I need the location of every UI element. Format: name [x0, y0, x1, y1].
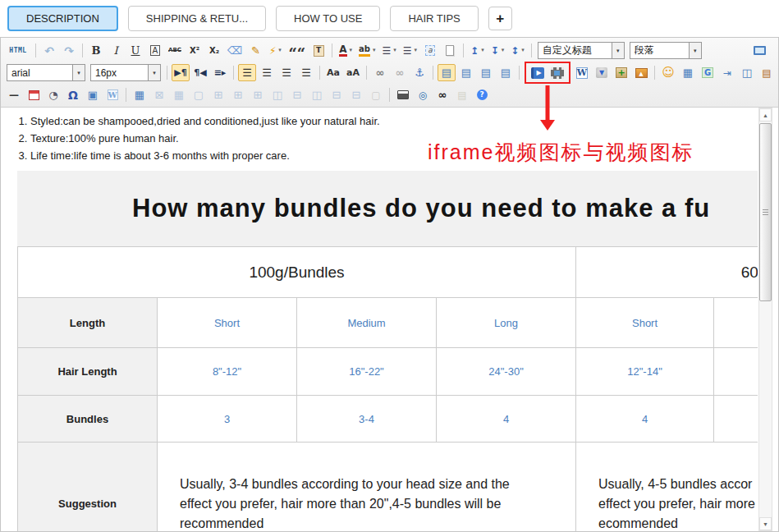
font-family-select[interactable]: arial ▾ [7, 64, 85, 81]
table-cell[interactable] [714, 396, 758, 443]
print-icon[interactable] [394, 86, 412, 103]
table-cell[interactable]: 3-4 [297, 396, 437, 443]
table-title[interactable]: How many bundles do you need to make a f… [17, 171, 758, 246]
uppercase-icon[interactable]: Aa [324, 64, 342, 81]
calendar-icon[interactable] [25, 86, 43, 103]
table-cell[interactable]: 12"-14" [576, 348, 714, 396]
tab-shipping-returns[interactable]: SHIPPING & RETU... [128, 6, 266, 31]
add-tab-button[interactable]: + [488, 7, 512, 30]
scroll-down-button[interactable]: ▼ [759, 517, 772, 530]
table-cell[interactable]: Short [158, 298, 297, 348]
space-before-icon[interactable]: ↥▾ [468, 42, 487, 59]
clock-icon[interactable]: ◔ [44, 86, 62, 103]
row-header-cell[interactable]: Hair Length [18, 348, 158, 396]
table-cell[interactable]: Medium [297, 298, 437, 348]
undo-icon[interactable]: ↶ [40, 42, 58, 59]
font-color-icon[interactable]: A▾ [337, 42, 355, 59]
image-map-icon[interactable]: ▦ [679, 64, 697, 81]
help-icon[interactable]: ? [473, 86, 491, 103]
emoticon-icon[interactable]: ☺ [659, 64, 677, 81]
subscript-icon[interactable]: X₂ [205, 42, 223, 59]
underline-icon[interactable]: U [126, 42, 144, 59]
image-block-icon[interactable]: ▤ [497, 64, 515, 81]
lowercase-icon[interactable]: aA [344, 64, 362, 81]
scroll-up-button[interactable]: ▲ [759, 108, 772, 122]
tab-hair-tips[interactable]: HAIR TIPS [390, 6, 478, 31]
vertical-scrollbar[interactable]: ▲ ▼ [758, 108, 772, 531]
format-brush-icon[interactable]: ✎ [246, 42, 264, 59]
preview-icon[interactable]: ◎ [414, 86, 432, 103]
row-header-cell[interactable]: Length [18, 298, 158, 348]
redo-icon[interactable]: ↷ [60, 42, 78, 59]
google-map-icon[interactable]: G [699, 64, 717, 81]
table-cell[interactable]: 24"-30" [437, 348, 576, 396]
layout-columns-icon[interactable]: ◫ [738, 64, 756, 81]
page-break-icon[interactable]: ⇥ [718, 64, 736, 81]
list-item[interactable]: Styled:can be shampooed,dried and condit… [30, 112, 758, 130]
line-height-icon[interactable]: ↕▾ [508, 42, 527, 59]
highlight-color-icon[interactable]: ab▾ [356, 42, 378, 59]
inline-code-icon[interactable]: a [421, 42, 439, 59]
heading-style-select[interactable]: 自定义标题 ▾ [538, 42, 625, 59]
table-cell[interactable]: 8"-12" [158, 348, 297, 396]
find-icon[interactable]: ∞ [433, 86, 451, 103]
table-cell[interactable]: 16"-22" [297, 348, 437, 396]
table-cell[interactable] [714, 298, 758, 348]
font-size-select[interactable]: 16px ▾ [90, 64, 161, 81]
space-after-icon[interactable]: ↧▾ [488, 42, 507, 59]
media-library-icon[interactable]: ▣ [84, 86, 102, 103]
unordered-list-icon[interactable]: ☰▾ [401, 42, 419, 59]
scrollbar-thumb[interactable] [759, 123, 772, 301]
link-icon[interactable]: ∞ [371, 64, 389, 81]
media-icon[interactable]: ▼ [593, 64, 611, 81]
editor-content-area[interactable]: Styled:can be shampooed,dried and condit… [1, 108, 778, 531]
table-insert-icon[interactable]: ▦ [131, 86, 149, 103]
italic-icon[interactable]: I [107, 42, 125, 59]
quick-format-icon[interactable]: ⚡▾ [266, 42, 284, 59]
table-cell[interactable]: 4 [576, 396, 714, 443]
table-cell[interactable]: 3 [158, 396, 297, 443]
align-left-icon[interactable]: ☰ [238, 64, 256, 81]
rtl-paragraph-icon[interactable]: ¶◀ [191, 64, 209, 81]
multi-image-icon[interactable]: + [612, 64, 630, 81]
group-header-cell[interactable]: 100g/Bundles [18, 247, 576, 298]
table-cell[interactable]: Short [576, 298, 714, 348]
indent-icon[interactable]: ≡▸ [211, 64, 229, 81]
group-header-cell[interactable]: 60g/Bundles [576, 247, 758, 298]
hr-icon[interactable]: — [5, 86, 23, 103]
align-justify-icon[interactable]: ☰ [297, 64, 315, 81]
paste-as-text-icon[interactable]: T [309, 42, 328, 59]
table-cell[interactable]: 4 [437, 396, 576, 443]
image-float-left-icon[interactable]: ▤ [438, 64, 456, 81]
table-cell[interactable] [714, 348, 758, 396]
remote-image-icon[interactable]: ▤ [758, 64, 776, 81]
strikethrough-icon[interactable]: ABC [166, 42, 184, 59]
iframe-video-icon[interactable]: ▶ [529, 64, 547, 81]
row-header-cell[interactable]: Bundles [18, 396, 158, 443]
font-style-icon[interactable]: A [146, 42, 164, 59]
bold-icon[interactable]: B [87, 42, 105, 59]
ordered-list-icon[interactable]: ☰▾ [380, 42, 399, 59]
suggestion-cell[interactable]: Usually, 3-4 bundles according to your h… [158, 443, 576, 532]
align-right-icon[interactable]: ☰ [277, 64, 296, 81]
row-header-cell[interactable]: Suggestion [18, 443, 158, 532]
image-float-right-icon[interactable]: ▤ [477, 64, 495, 81]
table-cell[interactable]: Long [437, 298, 576, 348]
superscript-icon[interactable]: X² [186, 42, 204, 59]
html-source-button[interactable]: HTML [5, 42, 31, 59]
anchor-icon[interactable]: ⚓ [410, 64, 428, 81]
tab-how-to-use[interactable]: HOW TO USE [276, 6, 380, 31]
align-center-icon[interactable]: ☰ [258, 64, 276, 81]
eraser-icon[interactable]: ⌫ [225, 42, 245, 59]
blockquote-icon[interactable]: ““ [286, 42, 308, 59]
word-paste-icon[interactable]: W [103, 86, 121, 103]
special-char-icon[interactable]: Ω [64, 86, 82, 103]
paragraph-format-select[interactable]: 段落 ▾ [630, 42, 702, 59]
image-inline-icon[interactable]: ▤ [457, 64, 475, 81]
suggestion-cell[interactable]: Usually, 4-5 bundles accor effect you pr… [576, 443, 758, 532]
new-page-icon[interactable] [441, 42, 459, 59]
fullscreen-icon[interactable] [750, 42, 768, 59]
video-icon[interactable] [548, 64, 566, 81]
word-import-icon[interactable]: W [573, 64, 591, 81]
tab-description[interactable]: DESCRIPTION [7, 6, 118, 31]
